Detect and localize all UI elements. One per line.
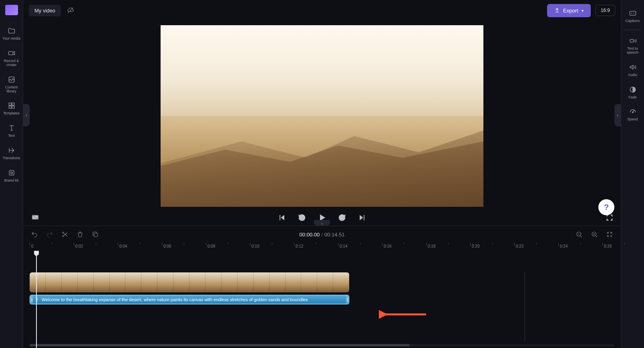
svg-rect-6	[9, 170, 14, 175]
export-label: Export	[563, 8, 578, 14]
expand-left-panel[interactable]: ›	[23, 104, 30, 126]
nav-label: Audio	[628, 73, 637, 77]
skip-forward-button[interactable]	[357, 213, 367, 222]
redo-button[interactable]	[45, 230, 54, 239]
svg-point-12	[62, 236, 64, 237]
left-sidebar: Your media Record & create Content libra…	[0, 0, 23, 348]
video-name-input[interactable]: My video	[29, 5, 61, 16]
svg-rect-2	[9, 103, 11, 106]
video-clip[interactable]	[30, 272, 349, 292]
expand-right-panel[interactable]: ‹	[614, 104, 621, 126]
tracks-area[interactable]: ‖ 🎙️ Welcome to the breathtaking expanse…	[30, 252, 621, 348]
skip-backward-button[interactable]	[277, 213, 287, 222]
audio-icon	[628, 63, 637, 72]
preview-area: › ‹	[23, 21, 621, 210]
seek-forward-button[interactable]	[337, 213, 347, 222]
svg-rect-13	[94, 233, 98, 237]
nav-text-to-speech[interactable]: Text to speech	[622, 32, 644, 59]
chevron-down-icon: ▾	[582, 8, 584, 13]
brand-icon	[7, 168, 16, 177]
nav-label: Content library	[5, 86, 18, 94]
nav-fade[interactable]: Fade	[622, 81, 644, 104]
nav-label: Brand kit	[4, 179, 19, 183]
audio-clip[interactable]: ‖ 🎙️ Welcome to the breathtaking expanse…	[30, 295, 349, 304]
zoom-out-button[interactable]	[574, 230, 584, 239]
current-time: 00:00.00	[300, 232, 320, 238]
nav-brand-kit[interactable]: Brand kit	[0, 164, 23, 187]
nav-label: Transitions	[3, 156, 20, 160]
app-logo[interactable]	[5, 5, 18, 15]
main-area: My video Export ▾ 16:9 › ‹	[23, 0, 621, 348]
nav-content-library[interactable]: Content library	[0, 71, 23, 98]
zoom-fit-button[interactable]	[605, 230, 614, 239]
export-button[interactable]: Export ▾	[547, 4, 591, 17]
svg-rect-17	[630, 11, 636, 15]
svg-rect-4	[9, 106, 11, 108]
nav-captions[interactable]: Captions	[622, 5, 644, 27]
templates-icon	[7, 101, 16, 110]
fade-icon	[628, 85, 637, 94]
upload-icon	[554, 7, 560, 14]
svg-point-20	[632, 112, 633, 113]
nav-label: Text to speech	[627, 47, 638, 55]
timeline-section: 00:00.00/00:14.51 00:020:040:060:080:100…	[23, 226, 621, 348]
playhead[interactable]	[36, 252, 37, 348]
help-button[interactable]: ?	[598, 199, 614, 215]
library-icon	[7, 75, 16, 84]
zoom-in-button[interactable]	[590, 230, 599, 239]
scrollbar-thumb[interactable]	[30, 344, 410, 346]
svg-rect-5	[12, 106, 14, 108]
nav-label: Speed	[627, 118, 638, 122]
svg-point-7	[10, 172, 12, 174]
svg-rect-0	[8, 52, 13, 55]
nav-audio[interactable]: Audio	[622, 59, 644, 81]
tts-icon	[628, 36, 637, 45]
playback-controls: ⌄	[23, 210, 621, 226]
nav-your-media[interactable]: Your media	[0, 22, 23, 45]
folder-icon	[7, 26, 16, 35]
present-mode-toggle[interactable]	[30, 213, 40, 222]
svg-line-8	[68, 8, 73, 13]
nav-label: Record & create	[4, 59, 19, 67]
nav-speed[interactable]: Speed	[622, 103, 644, 126]
nav-text[interactable]: Text	[0, 120, 23, 142]
nav-transitions[interactable]: Transitions	[0, 142, 23, 164]
nav-label: Text	[8, 134, 15, 138]
speed-icon	[628, 107, 637, 116]
undo-button[interactable]	[30, 230, 39, 239]
duplicate-button[interactable]	[91, 230, 100, 239]
camera-icon	[7, 49, 16, 58]
aspect-ratio-selector[interactable]: 16:9	[596, 5, 615, 16]
collapse-controls[interactable]: ⌄	[314, 220, 330, 226]
right-sidebar: Captions Text to speech Audio Fade Speed	[621, 0, 644, 348]
nav-label: Your media	[2, 37, 20, 41]
nav-templates[interactable]: Templates	[0, 97, 23, 120]
svg-rect-18	[630, 40, 633, 42]
svg-rect-3	[12, 103, 14, 106]
sequence-end-marker	[525, 272, 525, 342]
nav-record-create[interactable]: Record & create	[0, 45, 23, 71]
svg-point-11	[62, 232, 64, 233]
nav-label: Captions	[626, 19, 640, 23]
video-canvas[interactable]	[161, 25, 483, 207]
timeline-toolbar: 00:00.00/00:14.51	[23, 226, 621, 243]
nav-label: Fade	[628, 96, 637, 100]
clip-handle-right[interactable]: ‖	[346, 296, 348, 304]
delete-button[interactable]	[75, 230, 85, 239]
seek-backward-button[interactable]	[297, 213, 307, 222]
audio-clip-text: Welcome to the breathtaking expanse of t…	[42, 297, 308, 302]
timecode-display: 00:00.00/00:14.51	[300, 232, 345, 238]
transitions-icon	[7, 146, 16, 155]
timeline-ruler[interactable]: 00:020:040:060:080:100:120:140:160:180:2…	[30, 243, 621, 252]
captions-icon	[628, 9, 637, 18]
nav-label: Templates	[3, 112, 20, 116]
top-bar: My video Export ▾ 16:9	[23, 0, 621, 21]
timeline-scrollbar[interactable]	[30, 344, 614, 346]
clip-handle-left[interactable]: ‖	[30, 296, 33, 304]
split-button[interactable]	[60, 230, 70, 239]
total-time: 00:14.51	[324, 232, 345, 238]
cloud-sync-icon[interactable]	[66, 6, 74, 14]
text-icon	[7, 124, 16, 132]
